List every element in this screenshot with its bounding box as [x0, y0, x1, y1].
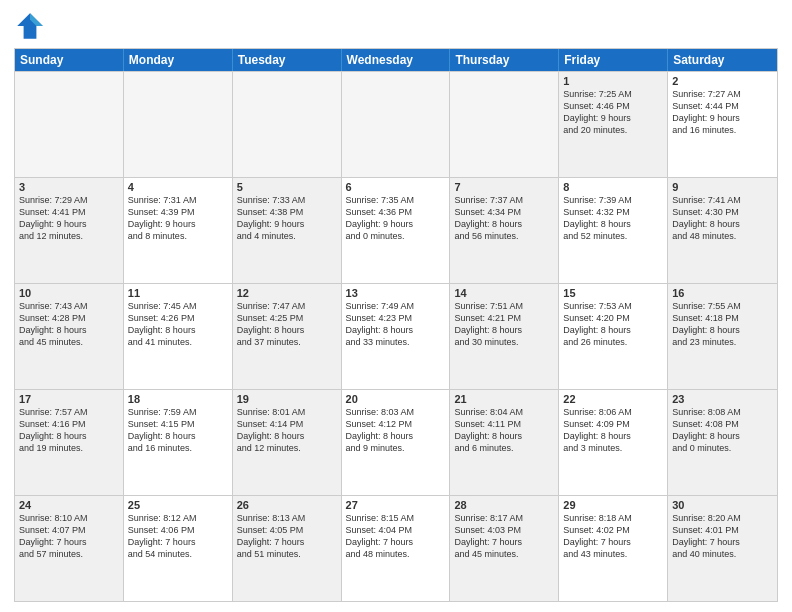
calendar-cell-25: 25Sunrise: 8:12 AMSunset: 4:06 PMDayligh…: [124, 496, 233, 601]
calendar-cell-21: 21Sunrise: 8:04 AMSunset: 4:11 PMDayligh…: [450, 390, 559, 495]
calendar-cell-17: 17Sunrise: 7:57 AMSunset: 4:16 PMDayligh…: [15, 390, 124, 495]
day-number: 9: [672, 181, 773, 193]
calendar-row-2: 3Sunrise: 7:29 AMSunset: 4:41 PMDaylight…: [15, 177, 777, 283]
cell-info: Sunrise: 7:33 AMSunset: 4:38 PMDaylight:…: [237, 194, 337, 243]
calendar-cell-30: 30Sunrise: 8:20 AMSunset: 4:01 PMDayligh…: [668, 496, 777, 601]
calendar-row-5: 24Sunrise: 8:10 AMSunset: 4:07 PMDayligh…: [15, 495, 777, 601]
cell-info: Sunrise: 8:17 AMSunset: 4:03 PMDaylight:…: [454, 512, 554, 561]
calendar-cell-22: 22Sunrise: 8:06 AMSunset: 4:09 PMDayligh…: [559, 390, 668, 495]
cell-info: Sunrise: 8:12 AMSunset: 4:06 PMDaylight:…: [128, 512, 228, 561]
calendar: SundayMondayTuesdayWednesdayThursdayFrid…: [14, 48, 778, 602]
day-number: 19: [237, 393, 337, 405]
calendar-cell-empty: [124, 72, 233, 177]
calendar-cell-13: 13Sunrise: 7:49 AMSunset: 4:23 PMDayligh…: [342, 284, 451, 389]
day-number: 28: [454, 499, 554, 511]
calendar-cell-10: 10Sunrise: 7:43 AMSunset: 4:28 PMDayligh…: [15, 284, 124, 389]
cell-info: Sunrise: 8:15 AMSunset: 4:04 PMDaylight:…: [346, 512, 446, 561]
logo: [14, 10, 48, 42]
cell-info: Sunrise: 7:27 AMSunset: 4:44 PMDaylight:…: [672, 88, 773, 137]
day-number: 6: [346, 181, 446, 193]
cell-info: Sunrise: 7:57 AMSunset: 4:16 PMDaylight:…: [19, 406, 119, 455]
cell-info: Sunrise: 7:53 AMSunset: 4:20 PMDaylight:…: [563, 300, 663, 349]
day-number: 14: [454, 287, 554, 299]
day-number: 25: [128, 499, 228, 511]
calendar-cell-7: 7Sunrise: 7:37 AMSunset: 4:34 PMDaylight…: [450, 178, 559, 283]
day-number: 23: [672, 393, 773, 405]
calendar-cell-empty: [450, 72, 559, 177]
calendar-cell-20: 20Sunrise: 8:03 AMSunset: 4:12 PMDayligh…: [342, 390, 451, 495]
day-number: 24: [19, 499, 119, 511]
cell-info: Sunrise: 8:04 AMSunset: 4:11 PMDaylight:…: [454, 406, 554, 455]
calendar-cell-12: 12Sunrise: 7:47 AMSunset: 4:25 PMDayligh…: [233, 284, 342, 389]
header: [14, 10, 778, 42]
day-number: 16: [672, 287, 773, 299]
weekday-header-monday: Monday: [124, 49, 233, 71]
day-number: 3: [19, 181, 119, 193]
cell-info: Sunrise: 7:43 AMSunset: 4:28 PMDaylight:…: [19, 300, 119, 349]
calendar-cell-15: 15Sunrise: 7:53 AMSunset: 4:20 PMDayligh…: [559, 284, 668, 389]
day-number: 27: [346, 499, 446, 511]
calendar-row-4: 17Sunrise: 7:57 AMSunset: 4:16 PMDayligh…: [15, 389, 777, 495]
calendar-cell-19: 19Sunrise: 8:01 AMSunset: 4:14 PMDayligh…: [233, 390, 342, 495]
calendar-row-3: 10Sunrise: 7:43 AMSunset: 4:28 PMDayligh…: [15, 283, 777, 389]
calendar-cell-empty: [233, 72, 342, 177]
day-number: 5: [237, 181, 337, 193]
day-number: 22: [563, 393, 663, 405]
cell-info: Sunrise: 8:01 AMSunset: 4:14 PMDaylight:…: [237, 406, 337, 455]
weekday-header-friday: Friday: [559, 49, 668, 71]
calendar-cell-14: 14Sunrise: 7:51 AMSunset: 4:21 PMDayligh…: [450, 284, 559, 389]
day-number: 18: [128, 393, 228, 405]
cell-info: Sunrise: 7:47 AMSunset: 4:25 PMDaylight:…: [237, 300, 337, 349]
cell-info: Sunrise: 8:20 AMSunset: 4:01 PMDaylight:…: [672, 512, 773, 561]
cell-info: Sunrise: 7:41 AMSunset: 4:30 PMDaylight:…: [672, 194, 773, 243]
day-number: 4: [128, 181, 228, 193]
cell-info: Sunrise: 7:25 AMSunset: 4:46 PMDaylight:…: [563, 88, 663, 137]
calendar-cell-2: 2Sunrise: 7:27 AMSunset: 4:44 PMDaylight…: [668, 72, 777, 177]
logo-icon: [14, 10, 46, 42]
calendar-cell-3: 3Sunrise: 7:29 AMSunset: 4:41 PMDaylight…: [15, 178, 124, 283]
calendar-cell-9: 9Sunrise: 7:41 AMSunset: 4:30 PMDaylight…: [668, 178, 777, 283]
calendar-cell-6: 6Sunrise: 7:35 AMSunset: 4:36 PMDaylight…: [342, 178, 451, 283]
calendar-body: 1Sunrise: 7:25 AMSunset: 4:46 PMDaylight…: [15, 71, 777, 601]
cell-info: Sunrise: 7:37 AMSunset: 4:34 PMDaylight:…: [454, 194, 554, 243]
calendar-cell-1: 1Sunrise: 7:25 AMSunset: 4:46 PMDaylight…: [559, 72, 668, 177]
weekday-header-sunday: Sunday: [15, 49, 124, 71]
calendar-header: SundayMondayTuesdayWednesdayThursdayFrid…: [15, 49, 777, 71]
day-number: 13: [346, 287, 446, 299]
day-number: 29: [563, 499, 663, 511]
cell-info: Sunrise: 8:18 AMSunset: 4:02 PMDaylight:…: [563, 512, 663, 561]
day-number: 20: [346, 393, 446, 405]
cell-info: Sunrise: 7:59 AMSunset: 4:15 PMDaylight:…: [128, 406, 228, 455]
calendar-cell-27: 27Sunrise: 8:15 AMSunset: 4:04 PMDayligh…: [342, 496, 451, 601]
calendar-cell-4: 4Sunrise: 7:31 AMSunset: 4:39 PMDaylight…: [124, 178, 233, 283]
cell-info: Sunrise: 8:06 AMSunset: 4:09 PMDaylight:…: [563, 406, 663, 455]
calendar-cell-23: 23Sunrise: 8:08 AMSunset: 4:08 PMDayligh…: [668, 390, 777, 495]
calendar-cell-26: 26Sunrise: 8:13 AMSunset: 4:05 PMDayligh…: [233, 496, 342, 601]
day-number: 21: [454, 393, 554, 405]
weekday-header-saturday: Saturday: [668, 49, 777, 71]
day-number: 7: [454, 181, 554, 193]
calendar-cell-8: 8Sunrise: 7:39 AMSunset: 4:32 PMDaylight…: [559, 178, 668, 283]
calendar-cell-28: 28Sunrise: 8:17 AMSunset: 4:03 PMDayligh…: [450, 496, 559, 601]
cell-info: Sunrise: 7:45 AMSunset: 4:26 PMDaylight:…: [128, 300, 228, 349]
day-number: 26: [237, 499, 337, 511]
day-number: 2: [672, 75, 773, 87]
calendar-cell-24: 24Sunrise: 8:10 AMSunset: 4:07 PMDayligh…: [15, 496, 124, 601]
cell-info: Sunrise: 7:49 AMSunset: 4:23 PMDaylight:…: [346, 300, 446, 349]
weekday-header-thursday: Thursday: [450, 49, 559, 71]
day-number: 8: [563, 181, 663, 193]
cell-info: Sunrise: 8:13 AMSunset: 4:05 PMDaylight:…: [237, 512, 337, 561]
calendar-row-1: 1Sunrise: 7:25 AMSunset: 4:46 PMDaylight…: [15, 71, 777, 177]
day-number: 15: [563, 287, 663, 299]
weekday-header-wednesday: Wednesday: [342, 49, 451, 71]
calendar-cell-29: 29Sunrise: 8:18 AMSunset: 4:02 PMDayligh…: [559, 496, 668, 601]
calendar-cell-18: 18Sunrise: 7:59 AMSunset: 4:15 PMDayligh…: [124, 390, 233, 495]
day-number: 1: [563, 75, 663, 87]
calendar-cell-11: 11Sunrise: 7:45 AMSunset: 4:26 PMDayligh…: [124, 284, 233, 389]
day-number: 30: [672, 499, 773, 511]
cell-info: Sunrise: 7:55 AMSunset: 4:18 PMDaylight:…: [672, 300, 773, 349]
day-number: 17: [19, 393, 119, 405]
cell-info: Sunrise: 7:39 AMSunset: 4:32 PMDaylight:…: [563, 194, 663, 243]
page: SundayMondayTuesdayWednesdayThursdayFrid…: [0, 0, 792, 612]
cell-info: Sunrise: 8:03 AMSunset: 4:12 PMDaylight:…: [346, 406, 446, 455]
